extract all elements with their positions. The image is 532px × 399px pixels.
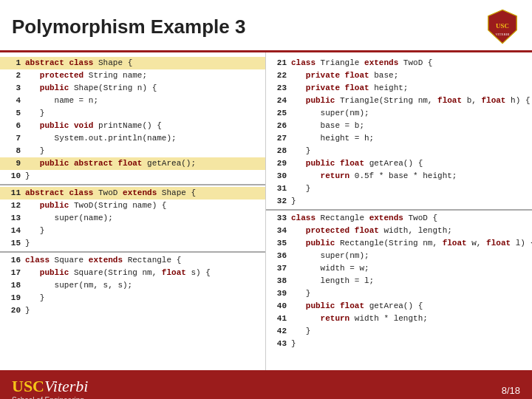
svg-text:VITERBI: VITERBI — [496, 33, 510, 36]
line-content-42: } — [291, 325, 310, 338]
line-num-36: 36 — [270, 250, 287, 262]
line-num-7: 7 — [4, 132, 21, 145]
svg-text:USC: USC — [496, 22, 509, 30]
page-title: Polymorphism Example 3 — [12, 16, 245, 38]
line-num-34: 34 — [270, 225, 287, 237]
left-code-block: 1 abstract class Shape { 2 protected Str… — [0, 57, 265, 317]
right-section-divider-1 — [266, 209, 532, 211]
line-num-16: 16 — [4, 254, 21, 267]
line-num-40: 40 — [270, 300, 287, 313]
line-num-1: 1 — [4, 57, 21, 69]
line-content-2: protected String name; — [25, 69, 147, 82]
line-num-33: 33 — [270, 212, 287, 225]
line-num-37: 37 — [270, 262, 287, 275]
line-num-13: 13 — [4, 212, 21, 225]
line-content-4: name = n; — [25, 95, 98, 107]
code-line-19: 19 } — [0, 292, 265, 304]
line-content-39: } — [291, 287, 310, 300]
line-num-24: 24 — [270, 95, 287, 107]
line-content-27: height = h; — [291, 132, 374, 145]
line-content-12: public TwoD(String name) { — [25, 200, 166, 212]
line-num-29: 29 — [270, 157, 287, 170]
line-content-43: } — [291, 338, 296, 350]
line-content-16: class Square extends Rectangle { — [25, 254, 181, 267]
line-content-19: } — [25, 292, 44, 304]
code-line-42: 42 } — [266, 325, 532, 338]
line-num-23: 23 — [270, 82, 287, 95]
line-content-13: super(name); — [25, 212, 113, 225]
code-line-17: 17 public Square(String nm, float s) { — [0, 267, 265, 279]
line-content-33: class Rectangle extends TwoD { — [291, 212, 437, 225]
line-content-20: } — [25, 304, 30, 317]
line-content-18: super(nm, s, s); — [25, 279, 132, 292]
code-line-30: 30 return 0.5f * base * height; — [266, 170, 532, 183]
footer-page-number: 8/18 — [502, 385, 520, 396]
line-content-17: public Square(String nm, float s) { — [25, 267, 211, 279]
line-num-6: 6 — [4, 120, 21, 132]
code-line-16: 16 class Square extends Rectangle { — [0, 254, 265, 267]
code-line-6: 6 public void printName() { — [0, 120, 265, 132]
line-content-15: } — [25, 237, 30, 250]
footer-school-label: School of Engineering — [12, 396, 84, 400]
line-num-3: 3 — [4, 82, 21, 95]
code-line-26: 26 base = b; — [266, 120, 532, 132]
code-line-23: 23 private float height; — [266, 82, 532, 95]
line-content-40: public float getArea() { — [291, 300, 423, 313]
line-content-25: super(nm); — [291, 107, 369, 120]
code-line-21: 21 class Triangle extends TwoD { — [266, 57, 532, 69]
footer-logo-container: USCViterbi School of Engineering — [12, 377, 88, 400]
line-content-34: protected float width, length; — [291, 225, 452, 237]
code-line-9: 9 public abstract float getArea(); — [0, 157, 265, 170]
code-line-20: 20 } — [0, 304, 265, 317]
line-num-41: 41 — [270, 313, 287, 325]
line-content-26: base = b; — [291, 120, 364, 132]
line-num-15: 15 — [4, 237, 21, 250]
line-content-32: } — [291, 195, 296, 208]
line-num-8: 8 — [4, 145, 21, 157]
line-content-24: public Triangle(String nm, float b, floa… — [291, 95, 531, 107]
line-num-27: 27 — [270, 132, 287, 145]
code-line-8: 8 } — [0, 145, 265, 157]
line-content-14: } — [25, 225, 44, 237]
usc-shield-logo: USC VITERBI — [485, 9, 520, 44]
code-line-1: 1 abstract class Shape { — [0, 57, 265, 69]
content-area: 1 abstract class Shape { 2 protected Str… — [0, 52, 532, 370]
line-content-7: System.out.println(name); — [25, 132, 177, 145]
line-content-22: private float base; — [291, 69, 398, 82]
line-num-9: 9 — [4, 157, 21, 170]
line-num-10: 10 — [4, 170, 21, 183]
code-line-11: 11 abstract class TwoD extends Shape { — [0, 187, 265, 200]
line-num-25: 25 — [270, 107, 287, 120]
line-content-21: class Triangle extends TwoD { — [291, 57, 432, 69]
line-num-19: 19 — [4, 292, 21, 304]
line-content-3: public Shape(String n) { — [25, 82, 157, 95]
line-num-4: 4 — [4, 95, 21, 107]
line-num-5: 5 — [4, 107, 21, 120]
line-num-12: 12 — [4, 200, 21, 212]
footer: USCViterbi School of Engineering 8/18 — [0, 370, 532, 399]
code-line-29: 29 public float getArea() { — [266, 157, 532, 170]
line-content-41: return width * length; — [291, 313, 428, 325]
code-line-39: 39 } — [266, 287, 532, 300]
header: Polymorphism Example 3 USC VITERBI — [0, 0, 532, 52]
line-content-38: length = l; — [291, 275, 374, 287]
line-num-39: 39 — [270, 287, 287, 300]
line-num-20: 20 — [4, 304, 21, 317]
line-content-10: } — [25, 170, 30, 183]
line-num-11: 11 — [4, 187, 21, 200]
code-line-31: 31 } — [266, 183, 532, 195]
line-num-28: 28 — [270, 145, 287, 157]
code-line-40: 40 public float getArea() { — [266, 300, 532, 313]
line-num-21: 21 — [270, 57, 287, 69]
line-content-29: public float getArea() { — [291, 157, 423, 170]
code-line-7: 7 System.out.println(name); — [0, 132, 265, 145]
code-line-41: 41 return width * length; — [266, 313, 532, 325]
line-num-32: 32 — [270, 195, 287, 208]
line-content-1: abstract class Shape { — [25, 57, 132, 69]
line-content-11: abstract class TwoD extends Shape { — [25, 187, 196, 200]
section-divider-2 — [0, 251, 265, 253]
code-line-36: 36 super(nm); — [266, 250, 532, 262]
code-line-10: 10 } — [0, 170, 265, 183]
code-line-15: 15 } — [0, 237, 265, 250]
line-content-30: return 0.5f * base * height; — [291, 170, 457, 183]
